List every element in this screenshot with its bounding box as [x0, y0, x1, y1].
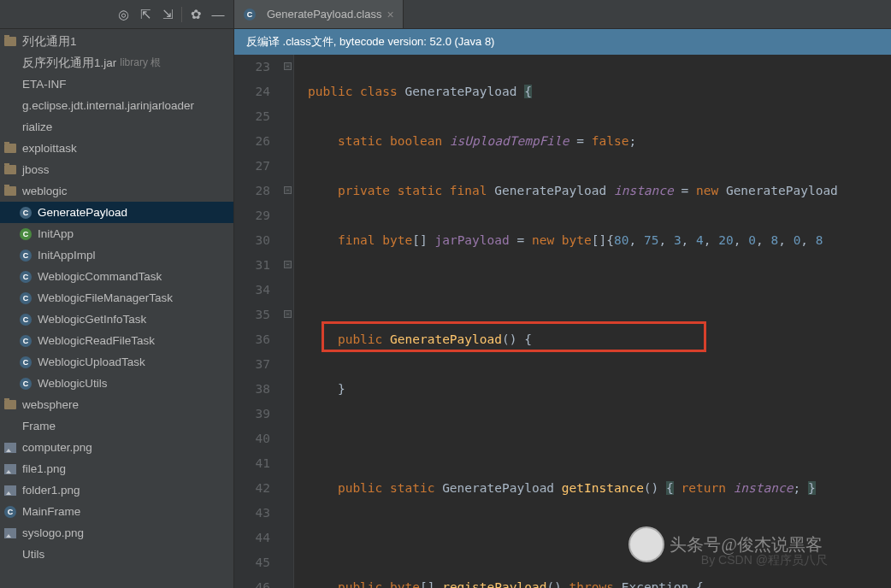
watermark-sub: By CSDN @程序员八尺 [701, 548, 828, 573]
tree-toolbar: ◎ ⇱ ⇲ ✿ — [0, 0, 233, 29]
tree-item[interactable]: CInitAppImpl [0, 244, 233, 266]
tree-item[interactable]: CWeblogicUploadTask [0, 351, 233, 373]
minimize-icon[interactable]: — [208, 4, 228, 25]
editor-tabs: C GeneratePayload.class × [234, 0, 891, 29]
tree-item[interactable]: 列化通用1 [0, 31, 233, 52]
project-tree-panel: ◎ ⇱ ⇲ ✿ — 列化通用1反序列化通用1.jarlibrary 根ETA-I… [0, 0, 234, 588]
gear-icon[interactable]: ✿ [186, 4, 206, 25]
tree-item[interactable]: file1.png [0, 458, 233, 479]
tree-item[interactable]: computer.png [0, 437, 233, 458]
tab-generatepayload[interactable]: C GeneratePayload.class × [234, 0, 404, 28]
tree-item[interactable]: websphere [0, 394, 233, 415]
collapse-all-icon[interactable]: ⇲ [157, 4, 178, 25]
code-content[interactable]: public class GeneratePayload { static bo… [294, 55, 838, 588]
tree-item[interactable]: CMainFrame [0, 501, 233, 522]
decompile-info-bar: 反编译 .class文件, bytecode version: 52.0 (Ja… [234, 29, 891, 55]
locate-icon[interactable]: ◎ [113, 4, 133, 25]
tree-item[interactable]: g.eclipse.jdt.internal.jarinjarloader [0, 95, 233, 116]
tree-item[interactable]: CGeneratePayload [0, 202, 233, 223]
tab-label: GeneratePayload.class [267, 8, 381, 21]
tree-item[interactable]: folder1.png [0, 479, 233, 501]
tree-item[interactable]: jboss [0, 159, 233, 180]
tree-item[interactable]: CInitApp [0, 223, 233, 244]
fold-gutter [282, 55, 294, 588]
tree-item[interactable]: exploittask [0, 138, 233, 159]
project-tree[interactable]: 列化通用1反序列化通用1.jarlibrary 根ETA-INFg.eclips… [0, 29, 233, 588]
expand-all-icon[interactable]: ⇱ [135, 4, 156, 25]
tree-item[interactable]: CWeblogicUtils [0, 373, 233, 394]
tree-item[interactable]: ETA-INF [0, 74, 233, 95]
tree-item[interactable]: CWeblogicCommandTask [0, 266, 233, 287]
tree-item[interactable]: rialize [0, 116, 233, 138]
close-icon[interactable]: × [386, 8, 393, 21]
tree-section[interactable]: Frame [0, 415, 233, 437]
tree-section[interactable]: Utils [0, 544, 233, 565]
tree-item[interactable]: CWeblogicReadFileTask [0, 330, 233, 351]
tree-item[interactable]: 反序列化通用1.jarlibrary 根 [0, 52, 233, 74]
line-gutter: 2324252627282930313435363738394041424344… [234, 55, 282, 588]
tree-item[interactable]: CWeblogicGetInfoTask [0, 309, 233, 330]
tree-item[interactable]: weblogic [0, 180, 233, 202]
editor-area: C GeneratePayload.class × 反编译 .class文件, … [234, 0, 891, 588]
tree-item[interactable]: CWeblogicFileManagerTask [0, 287, 233, 309]
tree-item[interactable]: syslogo.png [0, 522, 233, 544]
code-editor[interactable]: 2324252627282930313435363738394041424344… [234, 55, 891, 588]
